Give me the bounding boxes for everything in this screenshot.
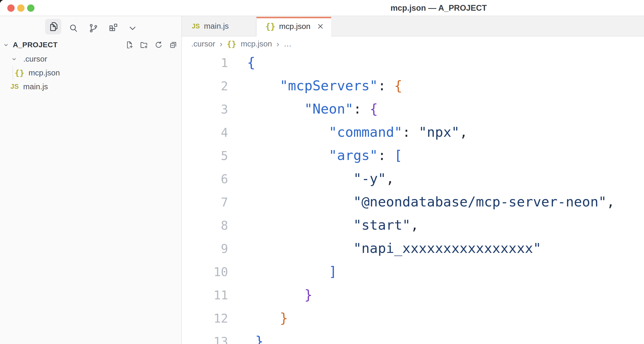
json-braces-icon: {} bbox=[15, 68, 24, 78]
code-line[interactable]: 1{ bbox=[182, 51, 644, 74]
line-number: 8 bbox=[182, 214, 228, 237]
code-line[interactable]: 10 ] bbox=[182, 260, 644, 283]
code-text: "Neon": { bbox=[247, 98, 378, 120]
minimize-window-button[interactable] bbox=[17, 4, 25, 12]
breadcrumb-more[interactable]: … bbox=[284, 39, 291, 48]
close-icon[interactable] bbox=[315, 21, 325, 31]
breadcrumb-file[interactable]: mcp.json bbox=[241, 39, 272, 48]
app-window: mcp.json — A_PROJECT bbox=[0, 0, 644, 344]
code-line[interactable]: 4 "command": "npx", bbox=[182, 121, 644, 144]
explorer-header-actions bbox=[125, 38, 178, 52]
code-line[interactable]: 9 "napi_xxxxxxxxxxxxxxxx" bbox=[182, 237, 644, 260]
code-line[interactable]: 12 } bbox=[182, 307, 644, 330]
breadcrumb: .cursor › {} mcp.json › … bbox=[182, 37, 644, 51]
chevron-right-icon: › bbox=[220, 39, 223, 49]
line-number: 10 bbox=[182, 261, 228, 283]
close-window-button[interactable] bbox=[7, 4, 15, 12]
code-text: "@neondatabase/mcp-server-neon", bbox=[247, 191, 615, 213]
explorer-root-label: A_PROJECT bbox=[13, 41, 58, 49]
js-badge-icon: JS bbox=[192, 22, 200, 30]
code-text: "mcpServers": { bbox=[247, 74, 402, 97]
folder-label: .cursor bbox=[23, 55, 47, 63]
line-number: 1 bbox=[182, 52, 228, 74]
code-text: } bbox=[247, 307, 288, 329]
json-braces-icon: {} bbox=[227, 39, 236, 49]
tab-label: main.js bbox=[204, 22, 229, 31]
code-line[interactable]: 2 "mcpServers": { bbox=[182, 74, 644, 98]
code-text: { bbox=[247, 51, 255, 74]
code-text: "args": [ bbox=[247, 144, 402, 167]
code-text: "start", bbox=[247, 214, 419, 236]
json-braces-icon: {} bbox=[265, 21, 276, 31]
refresh-icon[interactable] bbox=[154, 40, 163, 49]
zoom-window-button[interactable] bbox=[27, 4, 34, 12]
line-number: 6 bbox=[182, 168, 228, 191]
code-line[interactable]: 8 "start", bbox=[182, 214, 644, 237]
chevron-down-icon bbox=[3, 41, 9, 48]
line-number: 11 bbox=[182, 284, 228, 307]
file-label: mcp.json bbox=[28, 68, 60, 77]
breadcrumb-folder[interactable]: .cursor bbox=[191, 39, 215, 48]
tab-main-js[interactable]: JS main.js bbox=[182, 16, 257, 36]
source-control-icon[interactable] bbox=[85, 21, 102, 36]
explorer-section-header[interactable]: A_PROJECT bbox=[0, 38, 181, 52]
tab-label: mcp.json bbox=[279, 22, 311, 31]
code-line[interactable]: 11 } bbox=[182, 283, 644, 307]
code-line[interactable]: 6 "-y", bbox=[182, 167, 644, 191]
code-text: } bbox=[247, 330, 264, 344]
new-file-icon[interactable] bbox=[125, 40, 134, 49]
sidebar-item-cursor-folder[interactable]: .cursor bbox=[0, 52, 181, 66]
tabbar: JS main.js {} mcp.json bbox=[182, 16, 644, 37]
code-text: ] bbox=[247, 260, 337, 283]
search-icon[interactable] bbox=[65, 21, 81, 36]
line-number: 2 bbox=[182, 75, 228, 98]
code-text: "command": "npx", bbox=[247, 121, 468, 144]
new-folder-icon[interactable] bbox=[140, 40, 148, 49]
line-number: 9 bbox=[182, 238, 228, 260]
files-icon[interactable] bbox=[45, 19, 61, 34]
titlebar: mcp.json — A_PROJECT bbox=[0, 0, 644, 16]
sidebar: A_PROJECT bbox=[0, 16, 182, 344]
line-number: 12 bbox=[182, 307, 228, 330]
line-number: 13 bbox=[182, 330, 228, 344]
window-title: mcp.json — A_PROJECT bbox=[390, 3, 487, 13]
line-number: 4 bbox=[182, 121, 228, 144]
sidebar-item-main-js[interactable]: JS main.js bbox=[0, 80, 181, 93]
code-editor[interactable]: 1{2 "mcpServers": {3 "Neon": {4 "command… bbox=[182, 51, 644, 344]
line-number: 7 bbox=[182, 191, 228, 214]
collapse-all-icon[interactable] bbox=[169, 40, 178, 49]
code-text: } bbox=[247, 283, 312, 306]
line-number: 5 bbox=[182, 145, 228, 167]
chevron-down-icon bbox=[11, 56, 17, 62]
extensions-icon[interactable] bbox=[105, 21, 121, 36]
code-line[interactable]: 13 } bbox=[182, 330, 644, 344]
tab-mcp-json[interactable]: {} mcp.json bbox=[257, 16, 331, 37]
js-badge-icon: JS bbox=[10, 82, 19, 91]
chevron-down-icon[interactable] bbox=[124, 21, 141, 36]
line-number: 3 bbox=[182, 98, 228, 121]
sidebar-item-mcp-json[interactable]: {} mcp.json bbox=[0, 66, 181, 80]
file-label: main.js bbox=[23, 82, 48, 91]
code-line[interactable]: 7 "@neondatabase/mcp-server-neon", bbox=[182, 191, 644, 214]
code-line[interactable]: 5 "args": [ bbox=[182, 144, 644, 167]
code-text: "-y", bbox=[247, 167, 394, 190]
code-text: "napi_xxxxxxxxxxxxxxxx" bbox=[247, 237, 541, 260]
chevron-right-icon: › bbox=[277, 39, 279, 49]
code-line[interactable]: 3 "Neon": { bbox=[182, 98, 644, 121]
